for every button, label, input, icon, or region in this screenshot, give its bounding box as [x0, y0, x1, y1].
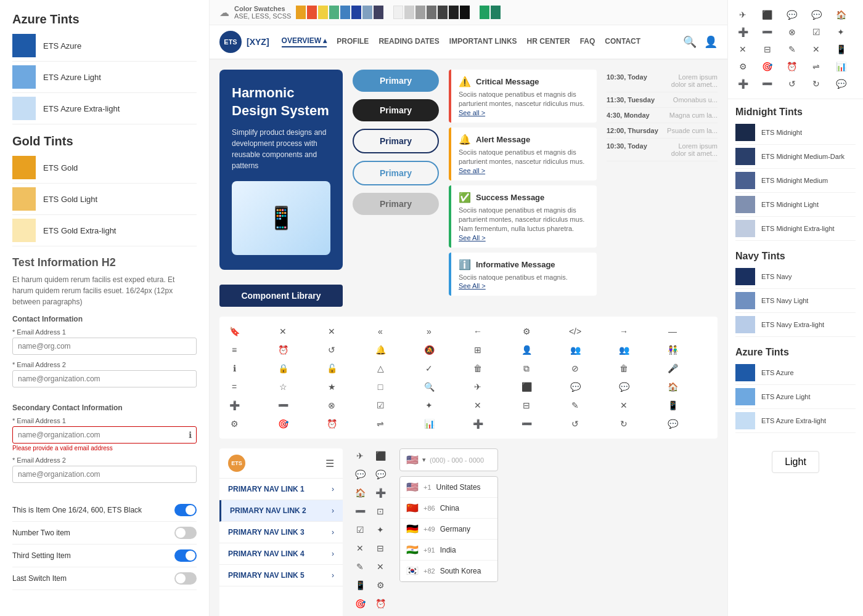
primary-btn-3[interactable]: Primary [353, 129, 439, 153]
light-badge[interactable]: Light [772, 451, 819, 473]
icon-equals[interactable]: = [227, 379, 242, 394]
icon-persons[interactable]: 👫 [665, 342, 680, 357]
country-in[interactable]: 🇮🇳 +91 India [400, 540, 497, 561]
icon-check-circle[interactable]: ✓ [422, 361, 436, 376]
tb-clock[interactable]: ⏰ [785, 59, 800, 74]
tb-undo[interactable]: ↻ [809, 76, 824, 91]
icon-lock[interactable]: 🔒 [276, 361, 290, 376]
icon-alarm[interactable]: ⏰ [276, 342, 290, 357]
icon-b14[interactable]: ✕ [373, 559, 388, 574]
icon-code[interactable]: </> [568, 324, 583, 339]
component-library-button[interactable]: Component Library [219, 285, 343, 307]
icon-bell2[interactable]: 🔕 [422, 342, 436, 357]
icon-minus-line[interactable]: — [665, 324, 680, 339]
icon-comment[interactable]: 💬 [665, 416, 680, 431]
icon-chevron-left[interactable]: « [373, 324, 388, 339]
icon-b1[interactable]: ✈ [353, 448, 367, 463]
ets-logo[interactable]: ETS [219, 31, 242, 53]
nav-link-profile[interactable]: PROFILE [337, 37, 369, 47]
icon-target[interactable]: 🎯 [276, 416, 290, 431]
country-de[interactable]: 🇩🇪 +49 Germany [400, 519, 497, 540]
icon-bubble[interactable]: 💬 [568, 379, 583, 394]
tb-phone[interactable]: 📱 [833, 42, 848, 57]
tb-x[interactable]: ✕ [809, 42, 824, 57]
icon-trash[interactable]: 🗑 [470, 361, 485, 376]
icon-b7[interactable]: ➖ [353, 504, 367, 519]
icon-bookmark[interactable]: 🔖 [227, 324, 242, 339]
icon-b3[interactable]: 💬 [353, 467, 367, 482]
icon-send[interactable]: ✈ [470, 379, 485, 394]
user-icon[interactable]: 👤 [704, 35, 718, 49]
icon-copy[interactable]: ⧉ [519, 361, 534, 376]
nav-link-important-links[interactable]: IMPORTANT LINKS [449, 37, 517, 47]
toggle-switch-2[interactable] [174, 527, 197, 539]
sec-email2-input[interactable] [12, 466, 197, 483]
icon-x3[interactable]: ✕ [616, 398, 631, 413]
icon-bell[interactable]: 🔔 [373, 342, 388, 357]
success-link[interactable]: See All > [459, 234, 589, 241]
icon-trash2[interactable]: 🗑 [616, 361, 631, 376]
icon-lines[interactable]: ≡ [227, 342, 242, 357]
icon-chart[interactable]: 📊 [422, 416, 436, 431]
tb-send[interactable]: ✈ [735, 7, 750, 22]
icon-b8[interactable]: ⊡ [373, 504, 388, 519]
icon-check[interactable]: ☑ [373, 398, 388, 413]
icon-no-copy[interactable]: ⊘ [568, 361, 583, 376]
email1-input[interactable] [12, 338, 197, 355]
icon-circle-info[interactable]: ℹ [227, 361, 242, 376]
tb-redo[interactable]: ↺ [785, 76, 800, 91]
primary-btn-2[interactable]: Primary [353, 99, 439, 121]
search-icon[interactable]: 🔍 [683, 35, 697, 49]
tb-edit[interactable]: ✎ [785, 42, 800, 57]
icon-zoom[interactable]: 🔍 [422, 379, 436, 394]
tb-arrows[interactable]: ⇌ [809, 59, 824, 74]
nav-link-hr-center[interactable]: HR CENTER [527, 37, 570, 47]
icon-b6[interactable]: ➕ [373, 485, 388, 500]
tb-plus2[interactable]: ➕ [735, 76, 750, 91]
tb-plus[interactable]: ➕ [735, 25, 750, 39]
nav-menu-item-2[interactable]: PRIMARY NAV LINK 2 › [219, 500, 343, 522]
icon-undo[interactable]: ↻ [616, 416, 631, 431]
icon-plus[interactable]: ➕ [227, 398, 242, 413]
icon-b5[interactable]: 🏠 [353, 485, 367, 500]
tb-check[interactable]: ☑ [809, 25, 824, 39]
toggle-switch-4[interactable] [174, 572, 197, 585]
tb-chart[interactable]: 📊 [833, 59, 848, 74]
icon-phone[interactable]: 📱 [665, 398, 680, 413]
icon-b13[interactable]: ✎ [353, 559, 367, 574]
icon-b15[interactable]: 📱 [353, 578, 367, 593]
icon-refresh[interactable]: ↺ [324, 342, 339, 357]
primary-btn-4[interactable]: Primary [353, 161, 439, 185]
icon-b4[interactable]: 💬 [373, 467, 388, 482]
info-link[interactable]: See All > [459, 282, 589, 290]
icon-arrow-right[interactable]: → [616, 324, 631, 339]
nav-menu-item-5[interactable]: PRIMARY NAV LINK 5 › [219, 565, 343, 586]
icon-b17[interactable]: 🎯 [353, 596, 367, 611]
icon-speech[interactable]: 💬 [616, 379, 631, 394]
icon-b9[interactable]: ☑ [353, 522, 367, 537]
icon-circle-x[interactable]: ⊗ [324, 398, 339, 413]
icon-square[interactable]: □ [373, 379, 388, 394]
tb-circle-x[interactable]: ⊗ [785, 25, 800, 39]
tb-tag[interactable]: ⬛ [760, 7, 775, 22]
tb-comment[interactable]: 💬 [833, 76, 848, 91]
icon-b11[interactable]: ✕ [353, 541, 367, 556]
tb-bubble[interactable]: 💬 [785, 7, 800, 22]
country-kr[interactable]: 🇰🇷 +82 South Korea [400, 561, 497, 582]
nav-link-overview[interactable]: OVERVIEW ▴ [282, 36, 327, 47]
icon-person-add[interactable]: 👥 [568, 342, 583, 357]
icon-b16[interactable]: ⚙ [373, 578, 388, 593]
hamburger-icon[interactable]: ☰ [325, 458, 334, 469]
nav-link-reading-dates[interactable]: READING DATES [378, 37, 439, 47]
icon-edit[interactable]: ✎ [568, 398, 583, 413]
toggle-switch-3[interactable] [174, 549, 197, 562]
email2-input[interactable] [12, 370, 197, 387]
alert-link[interactable]: See all > [459, 167, 589, 174]
nav-menu-item-3[interactable]: PRIMARY NAV LINK 3 › [219, 522, 343, 543]
icon-settings[interactable]: ⚙ [519, 324, 534, 339]
country-cn[interactable]: 🇨🇳 +86 China [400, 498, 497, 519]
icon-redo[interactable]: ↺ [568, 416, 583, 431]
icon-tag[interactable]: ⬛ [519, 379, 534, 394]
icon-mic[interactable]: 🎤 [665, 361, 680, 376]
icon-b10[interactable]: ✦ [373, 522, 388, 537]
